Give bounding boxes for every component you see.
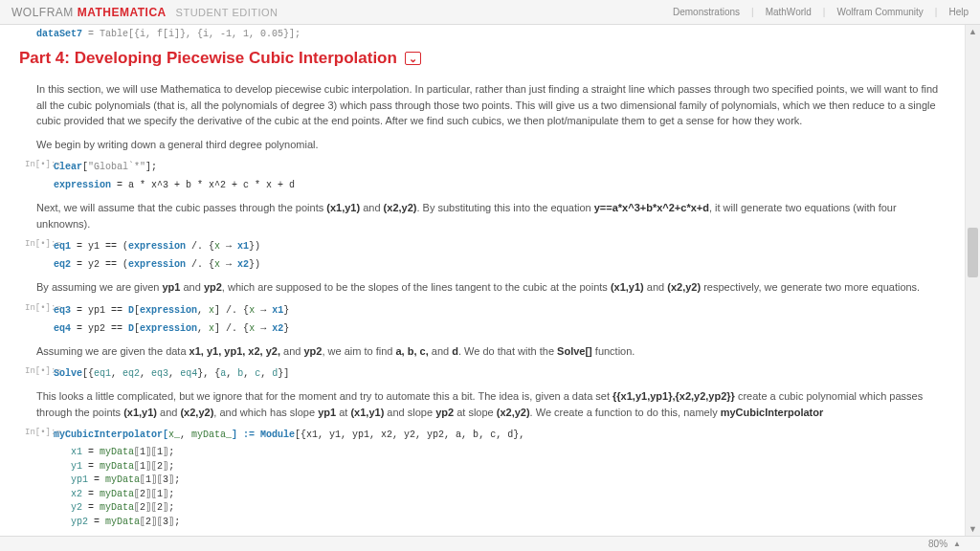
notebook-content[interactable]: dataSet7 = Table[{i, f[i]}, {i, -1, 1, 0… bbox=[0, 25, 965, 536]
brand: WOLFRAM MATHEMATICA STUDENT EDITION bbox=[11, 6, 278, 19]
code-cell-2[interactable]: In[•]:= eq1 = y1 == (expression /. {x → … bbox=[19, 239, 946, 272]
zoom-level[interactable]: 80% bbox=[928, 539, 947, 549]
paragraph-slopes: By assuming we are given yp1 and yp2, wh… bbox=[36, 279, 946, 296]
in-label: In[•]:= bbox=[25, 160, 61, 169]
in-label: In[•]:= bbox=[25, 428, 61, 437]
paragraph-automate: This looks a little complicated, but we … bbox=[36, 388, 946, 420]
paragraph-solve: Assuming we are given the data x1, y1, y… bbox=[36, 343, 946, 360]
vertical-scrollbar[interactable]: ▲ ▼ bbox=[965, 25, 980, 536]
code-cell-4[interactable]: In[•]:= Solve[{eq1, eq2, eq3, eq4}, {a, … bbox=[19, 366, 946, 381]
section-title-text: Part 4: Developing Piecewise Cubic Inter… bbox=[19, 49, 397, 68]
section-collapse-icon[interactable]: ⌄ bbox=[405, 52, 421, 65]
code-cell-3[interactable]: In[•]:= eq3 = yp1 == D[expression, x] /.… bbox=[19, 303, 946, 336]
brand-wolfram: WOLFRAM bbox=[11, 6, 74, 19]
brand-mathematica: MATHEMATICA bbox=[78, 6, 167, 19]
in-label: In[•]:= bbox=[25, 303, 61, 313]
paragraph-substitute: Next, we will assume that the cubic pass… bbox=[36, 200, 946, 231]
truncated-prev-cell: dataSet7 = Table[{i, f[i]}, {i, -1, 1, 0… bbox=[36, 29, 946, 39]
link-help[interactable]: Help bbox=[948, 7, 969, 17]
link-wolfram-community[interactable]: Wolfram Community bbox=[836, 7, 923, 17]
code-cell-5[interactable]: In[•]:= myCubicInterpolator[x_, myData_]… bbox=[19, 428, 946, 536]
scroll-down-arrow[interactable]: ▼ bbox=[966, 522, 980, 536]
brand-edition: STUDENT EDITION bbox=[176, 7, 278, 18]
status-bar: 80% ▲ bbox=[0, 536, 980, 551]
top-bar: WOLFRAM MATHEMATICA STUDENT EDITION Demo… bbox=[0, 0, 980, 25]
in-label: In[•]:= bbox=[25, 239, 61, 249]
module-body: x1 = myData⟦1⟧⟦1⟧; y1 = myData⟦1⟧⟦2⟧; yp… bbox=[71, 446, 946, 536]
zoom-chevron-icon[interactable]: ▲ bbox=[953, 540, 961, 548]
link-demonstrations[interactable]: Demonstrations bbox=[673, 7, 740, 17]
intro-paragraph-2: We begin by writing down a general third… bbox=[36, 137, 946, 153]
scroll-thumb[interactable] bbox=[968, 228, 978, 277]
top-links: Demonstrations| MathWorld| Wolfram Commu… bbox=[673, 7, 969, 17]
intro-paragraph-1: In this section, we will use Mathematica… bbox=[36, 81, 946, 129]
section-title: Part 4: Developing Piecewise Cubic Inter… bbox=[19, 49, 946, 68]
link-mathworld[interactable]: MathWorld bbox=[766, 7, 812, 17]
scroll-up-arrow[interactable]: ▲ bbox=[966, 25, 980, 38]
code-cell-1[interactable]: In[•]:= Clear["Global`*"]; expression = … bbox=[19, 160, 946, 192]
in-label: In[•]:= bbox=[25, 366, 61, 376]
